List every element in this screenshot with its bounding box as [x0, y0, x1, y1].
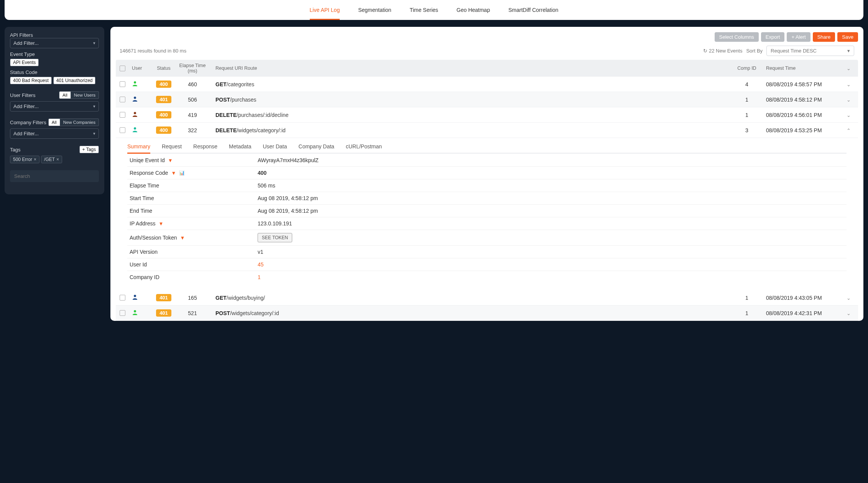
request-time: 08/08/2019 4:58:57 PM — [766, 81, 843, 87]
save-button[interactable]: Save — [837, 32, 858, 42]
table-row[interactable]: 400 419 DELETE/purchases/:id/decline 1 0… — [116, 107, 858, 123]
company-filters-label: Company Filters — [10, 120, 46, 125]
user-filters-all[interactable]: All — [59, 91, 71, 99]
row-checkbox[interactable] — [120, 310, 125, 316]
row-checkbox[interactable] — [120, 112, 125, 118]
col-uri: Request URI Route — [208, 66, 728, 71]
tab-time-series[interactable]: Time Series — [410, 7, 438, 13]
expand-icon[interactable]: ⌃ — [847, 128, 851, 133]
tab-smartdiff-correlation[interactable]: SmartDiff Correlation — [508, 7, 558, 13]
uri-method: POST — [215, 310, 230, 316]
request-time: 08/08/2019 4:42:31 PM — [766, 310, 843, 316]
status-badge: 401 — [156, 294, 171, 301]
table-row[interactable]: 401 165 GET/widgets/buying/ 1 08/08/2019… — [116, 290, 858, 306]
user-filters-add-text: Add Filter... — [13, 104, 39, 109]
svg-point-2 — [134, 112, 136, 114]
request-time: 08/08/2019 4:58:12 PM — [766, 97, 843, 103]
chart-icon[interactable]: 📊 — [179, 170, 185, 176]
select-all-checkbox[interactable] — [120, 66, 125, 71]
elapse-value: 460 — [177, 81, 208, 87]
close-icon[interactable]: × — [56, 157, 59, 162]
add-alert-button[interactable]: + Alert — [787, 32, 810, 42]
table-row[interactable]: 400 460 GET/categorites 4 08/08/2019 4:5… — [116, 77, 858, 92]
add-tags-button[interactable]: + Tags — [79, 146, 99, 153]
api-filters-add[interactable]: Add Filter... ▾ — [10, 38, 99, 48]
chevron-down-icon: ▾ — [93, 41, 95, 46]
expand-icon[interactable]: ⌄ — [847, 82, 851, 87]
filter-icon[interactable]: ▼ — [168, 158, 173, 163]
select-columns-button[interactable]: Select Columns — [715, 32, 759, 42]
user-filters-add[interactable]: Add Filter... ▾ — [10, 101, 99, 112]
filter-icon[interactable]: ▼ — [158, 221, 163, 227]
kv-start-time-value: Aug 08 2019, 4:58:12 pm — [258, 195, 318, 201]
uri-path: /widgets/buying/ — [227, 295, 265, 301]
kv-user-id-value[interactable]: 45 — [258, 261, 264, 268]
tab-live-api-log[interactable]: Live API Log — [310, 7, 340, 20]
table-row[interactable]: 400 322 DELETE/widgets/category/:id 3 08… — [116, 123, 858, 138]
tags-label: Tags — [10, 147, 20, 153]
kv-response-code-label: Response Code — [130, 170, 168, 176]
status-code-pill-401[interactable]: 401 Unauthorized — [53, 77, 96, 84]
kv-user-id-label: User Id — [130, 261, 147, 268]
tab-segmentation[interactable]: Segmentation — [358, 7, 391, 13]
row-checkbox[interactable] — [120, 97, 125, 102]
tab-geo-heatmap[interactable]: Geo Heatmap — [457, 7, 490, 13]
detail-tab-companydata[interactable]: Company Data — [299, 143, 334, 153]
sort-by-select[interactable]: Request Time DESC ▾ — [766, 46, 854, 56]
comp-id: 1 — [728, 112, 766, 118]
status-code-label: Status Code — [10, 69, 99, 75]
user-filters-label: User Filters — [10, 92, 35, 98]
elapse-value: 322 — [177, 127, 208, 133]
uri-path: /widgets/category/:id — [237, 127, 286, 133]
expand-icon[interactable]: ⌄ — [847, 310, 851, 316]
share-button[interactable]: Share — [813, 32, 835, 42]
close-icon[interactable]: × — [34, 157, 36, 162]
events-table: User Status Elapse Time (ms) Request URI… — [116, 60, 858, 321]
col-expand[interactable]: ⌄ — [843, 66, 854, 71]
user-icon — [132, 96, 138, 103]
uri-path: /purchases/:id/decline — [237, 112, 288, 118]
detail-tab-curl[interactable]: cURL/Postman — [346, 143, 382, 153]
detail-tab-response[interactable]: Response — [193, 143, 217, 153]
kv-ip-address-label: IP Address — [130, 220, 155, 227]
tag-500-error[interactable]: 500 Error× — [10, 156, 39, 163]
svg-point-1 — [134, 97, 136, 99]
user-filters-new[interactable]: New Users — [71, 91, 99, 99]
event-type-label: Event Type — [10, 51, 99, 57]
user-icon — [132, 294, 138, 301]
new-events-link[interactable]: ↻22 New Events — [703, 48, 742, 54]
company-filters-all[interactable]: All — [48, 118, 60, 126]
company-filters-add[interactable]: Add Filter... ▾ — [10, 128, 99, 139]
detail-tab-summary[interactable]: Summary — [127, 143, 150, 154]
export-button[interactable]: Export — [761, 32, 785, 42]
filter-icon[interactable]: ▼ — [171, 170, 176, 176]
row-checkbox[interactable] — [120, 127, 125, 133]
svg-point-0 — [134, 81, 136, 84]
expand-icon[interactable]: ⌄ — [847, 97, 851, 103]
user-icon — [132, 111, 138, 118]
tag-get[interactable]: /GET× — [41, 156, 62, 163]
see-token-button[interactable]: SEE TOKEN — [258, 233, 292, 242]
event-type-pill[interactable]: API Events — [10, 59, 39, 66]
expand-icon[interactable]: ⌄ — [847, 295, 851, 301]
row-checkbox[interactable] — [120, 295, 125, 301]
company-filters-new[interactable]: New Companies — [60, 118, 99, 126]
filter-icon[interactable]: ▼ — [180, 235, 185, 241]
table-row[interactable]: 401 506 POST/purchases 1 08/08/2019 4:58… — [116, 92, 858, 107]
sidebar-search-input[interactable] — [10, 170, 99, 182]
table-row[interactable]: 401 521 POST/widgets/category/:id 1 08/0… — [116, 306, 858, 321]
col-time: Request Time — [766, 66, 843, 71]
uri-path: /categorites — [227, 81, 254, 87]
detail-tab-request[interactable]: Request — [162, 143, 182, 153]
kv-unique-event-id-label: Uniqe Event Id — [130, 157, 165, 163]
row-checkbox[interactable] — [120, 81, 125, 87]
col-user: User — [132, 66, 150, 71]
detail-tab-metadata[interactable]: Metadata — [229, 143, 251, 153]
detail-tab-userdata[interactable]: User Data — [263, 143, 287, 153]
kv-company-id-value[interactable]: 1 — [258, 274, 261, 280]
kv-unique-event-id-value: AWyrayA7mxH4z36kpulZ — [258, 157, 319, 163]
uri-method: POST — [215, 97, 230, 103]
expand-icon[interactable]: ⌄ — [847, 112, 851, 118]
status-code-pill-400[interactable]: 400 Bad Request — [10, 77, 52, 84]
toolbar: Select Columns Export + Alert Share Save — [116, 32, 858, 42]
